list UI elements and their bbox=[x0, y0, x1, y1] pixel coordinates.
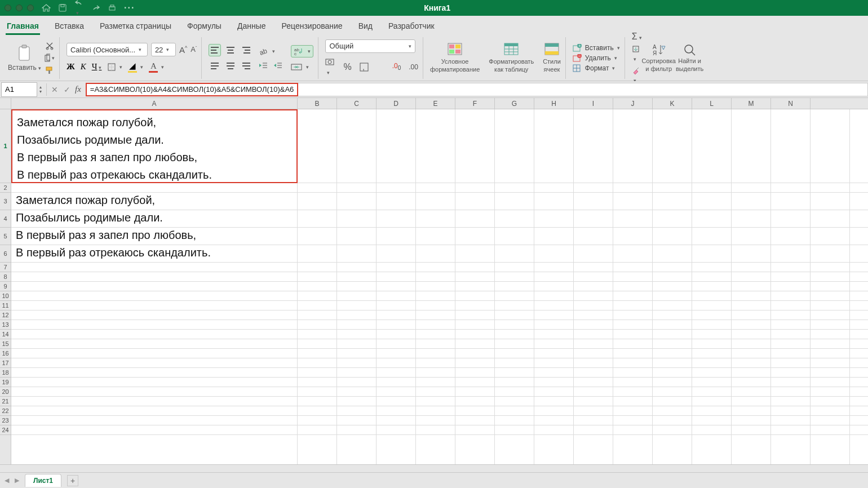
tab-developer[interactable]: Разработчик bbox=[387, 18, 436, 35]
find-select-button[interactable]: Найти ивыделить bbox=[676, 43, 703, 72]
more-icon[interactable]: ··· bbox=[124, 3, 135, 13]
row-header-21[interactable]: 21 bbox=[0, 397, 11, 406]
minimize-window[interactable] bbox=[16, 5, 23, 11]
wrap-text-button[interactable]: abc bbox=[291, 45, 313, 57]
col-header-C[interactable]: C bbox=[337, 98, 377, 109]
increase-indent-icon[interactable] bbox=[273, 61, 283, 69]
format-painter-icon[interactable] bbox=[45, 66, 55, 75]
name-box[interactable]: A1 bbox=[1, 82, 37, 97]
font-size-combo[interactable]: 22▾ bbox=[151, 43, 176, 56]
row-header-1[interactable]: 1 bbox=[0, 109, 11, 183]
window-controls[interactable] bbox=[5, 5, 34, 11]
conditional-formatting-button[interactable]: Условноеформатирование bbox=[430, 42, 480, 73]
row-header-23[interactable]: 23 bbox=[0, 416, 11, 425]
redo-icon[interactable] bbox=[91, 4, 100, 12]
align-top-right[interactable] bbox=[240, 44, 253, 56]
formula-input-rest[interactable] bbox=[298, 83, 868, 96]
col-header-L[interactable]: L bbox=[692, 98, 732, 109]
sheet-tab[interactable]: Лист1 bbox=[25, 474, 61, 487]
align-center[interactable] bbox=[224, 60, 237, 72]
fill-icon[interactable] bbox=[632, 45, 642, 63]
comma-button[interactable]: , bbox=[360, 63, 369, 72]
row-header-2[interactable]: 2 bbox=[0, 183, 11, 193]
accept-formula-icon[interactable]: ✓ bbox=[64, 85, 70, 94]
copy-icon[interactable] bbox=[45, 54, 55, 63]
row-header-11[interactable]: 11 bbox=[0, 301, 11, 310]
close-window[interactable] bbox=[5, 5, 11, 11]
tab-view[interactable]: Вид bbox=[357, 18, 374, 35]
row-header-14[interactable]: 14 bbox=[0, 330, 11, 339]
col-header-G[interactable]: G bbox=[495, 98, 534, 109]
sort-filter-button[interactable]: АЯ Сортировкаи фильтр bbox=[642, 43, 676, 72]
row-header-6[interactable]: 6 bbox=[0, 245, 11, 263]
font-name-combo[interactable]: Calibri (Основной...▾ bbox=[67, 43, 148, 56]
tab-insert[interactable]: Вставка bbox=[54, 18, 85, 35]
percent-button[interactable]: % bbox=[343, 62, 351, 72]
col-header-K[interactable]: K bbox=[653, 98, 692, 109]
cell-styles-button[interactable]: Стилиячеек bbox=[543, 42, 561, 73]
row-header-10[interactable]: 10 bbox=[0, 291, 11, 301]
cell-A5[interactable]: В первый раз я запел про любовь, bbox=[16, 229, 196, 242]
currency-button[interactable] bbox=[325, 57, 335, 77]
col-header-M[interactable]: M bbox=[732, 98, 771, 109]
row-header-22[interactable]: 22 bbox=[0, 406, 11, 416]
bold-button[interactable]: Ж bbox=[67, 62, 75, 72]
col-header-N[interactable]: N bbox=[771, 98, 811, 109]
select-all-corner[interactable] bbox=[0, 98, 11, 109]
undo-icon[interactable] bbox=[74, 0, 83, 17]
spreadsheet-grid[interactable]: A B C D E F G H I J K L M N 1 2 3 4 5 6 … bbox=[0, 98, 868, 464]
row-header-19[interactable]: 19 bbox=[0, 378, 11, 387]
tab-formulas[interactable]: Формулы bbox=[186, 18, 223, 35]
col-header-A[interactable]: A bbox=[11, 98, 298, 109]
horizontal-scrollbar[interactable] bbox=[0, 464, 868, 472]
underline-button[interactable]: Ч bbox=[92, 62, 102, 72]
align-right[interactable] bbox=[240, 60, 253, 72]
orientation-button[interactable]: ab bbox=[258, 47, 283, 56]
tab-review[interactable]: Рецензирование bbox=[281, 18, 344, 35]
fx-icon[interactable]: fx bbox=[75, 85, 81, 94]
paste-button[interactable]: Вставить bbox=[8, 45, 41, 72]
maximize-window[interactable] bbox=[27, 5, 34, 11]
formula-input[interactable]: =A3&СИМВОЛ(10)&A4&СИМВОЛ(10)&A5&СИМВОЛ(1… bbox=[86, 83, 298, 96]
row-header-5[interactable]: 5 bbox=[0, 228, 11, 245]
row-header-13[interactable]: 13 bbox=[0, 320, 11, 330]
italic-button[interactable]: К bbox=[81, 62, 86, 72]
tab-data[interactable]: Данные bbox=[236, 18, 267, 35]
save-icon[interactable] bbox=[59, 4, 67, 12]
col-header-B[interactable]: B bbox=[298, 98, 337, 109]
row-header-12[interactable]: 12 bbox=[0, 310, 11, 320]
insert-cells-button[interactable]: +Вставить▾ bbox=[573, 44, 620, 52]
sheet-nav-prev[interactable]: ◀ bbox=[5, 477, 9, 484]
decrease-decimal-icon[interactable]: .00 bbox=[409, 63, 418, 71]
row-header-4[interactable]: 4 bbox=[0, 210, 11, 228]
delete-cells-button[interactable]: −Удалить▾ bbox=[573, 54, 620, 62]
cell-A6[interactable]: В первый раз отрекаюсь скандалить. bbox=[16, 246, 211, 259]
cells-area[interactable]: Заметался пожар голубой, Позабылись роди… bbox=[11, 109, 868, 464]
font-color-button[interactable]: А bbox=[149, 61, 164, 73]
cell-A1[interactable]: Заметался пожар голубой, Позабылись роди… bbox=[11, 109, 298, 183]
cut-icon[interactable] bbox=[45, 41, 55, 50]
autosum-icon[interactable]: Σ bbox=[632, 32, 642, 42]
row-header-18[interactable]: 18 bbox=[0, 368, 11, 378]
sheet-nav-next[interactable]: ▶ bbox=[15, 477, 19, 484]
print-icon[interactable] bbox=[108, 4, 116, 12]
name-box-spinner[interactable]: ▴▾ bbox=[39, 85, 42, 94]
col-header-E[interactable]: E bbox=[416, 98, 455, 109]
align-top-center[interactable] bbox=[224, 44, 237, 56]
row-header-20[interactable]: 20 bbox=[0, 387, 11, 397]
add-sheet-button[interactable]: + bbox=[67, 475, 78, 486]
col-header-I[interactable]: I bbox=[574, 98, 613, 109]
number-format-combo[interactable]: Общий▾ bbox=[325, 39, 415, 53]
increase-decimal-icon[interactable]: .00 bbox=[392, 62, 401, 71]
cell-A3[interactable]: Заметался пожар голубой, bbox=[16, 194, 155, 207]
cell-A4[interactable]: Позабылись родимые дали. bbox=[16, 211, 163, 224]
row-header-3[interactable]: 3 bbox=[0, 193, 11, 210]
col-header-J[interactable]: J bbox=[613, 98, 653, 109]
align-left[interactable] bbox=[209, 60, 221, 72]
align-top-left[interactable] bbox=[209, 44, 221, 56]
increase-font-icon[interactable]: A^ bbox=[179, 45, 187, 55]
row-header-17[interactable]: 17 bbox=[0, 358, 11, 368]
fill-color-button[interactable]: ◢ bbox=[128, 61, 143, 73]
col-header-D[interactable]: D bbox=[377, 98, 416, 109]
format-as-table-button[interactable]: Форматироватькак таблицу bbox=[489, 42, 534, 73]
